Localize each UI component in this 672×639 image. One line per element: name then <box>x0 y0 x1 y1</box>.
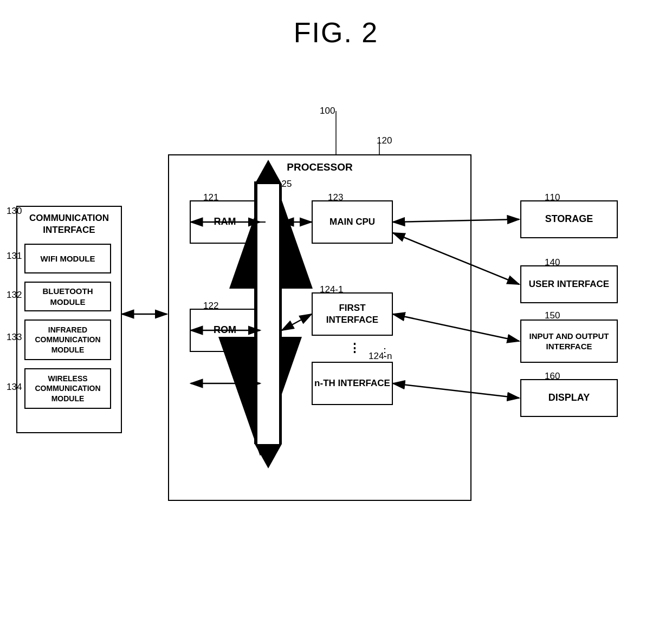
input-output-box: INPUT AND OUTPUT INTERFACE <box>520 320 618 363</box>
user-interface-box: USER INTERFACE <box>520 265 618 303</box>
wifi-box: WIFI MODULE <box>24 244 111 273</box>
rom-box: ROM <box>190 309 260 352</box>
ref-124-1: 124-1 <box>320 284 343 295</box>
first-interface-box: FIRST INTERFACE <box>312 292 393 336</box>
wireless-box: WIRELESS COMMUNICATION MODULE <box>24 368 111 409</box>
ref-125: 125 <box>276 179 292 190</box>
ref-130: 130 <box>7 206 22 217</box>
main-cpu-box: MAIN CPU <box>312 200 393 244</box>
infrared-box: INFRARED COMMUNICATION MODULE <box>24 320 111 360</box>
ref-100: 100 <box>320 106 335 116</box>
ref-140: 140 <box>545 257 560 268</box>
ref-150: 150 <box>545 310 560 321</box>
display-box: DISPLAY <box>520 379 618 417</box>
storage-box: STORAGE <box>520 200 618 238</box>
ref-122: 122 <box>203 301 218 311</box>
ref-132: 132 <box>7 290 22 301</box>
ref-123: 123 <box>328 192 343 203</box>
ref-160: 160 <box>545 371 560 382</box>
ref-134: 134 <box>7 382 22 393</box>
ref-110: 110 <box>545 192 560 203</box>
ram-box: RAM <box>190 200 260 244</box>
bluetooth-box: BLUETOOTH MODULE <box>24 282 111 311</box>
ref-124-n: 124-n <box>369 351 392 362</box>
ellipsis: ⋮ <box>348 341 360 355</box>
ref-120: 120 <box>377 135 392 146</box>
figure-title: FIG. 2 <box>0 0 672 49</box>
ref-133: 133 <box>7 332 22 343</box>
ref-121: 121 <box>203 192 218 203</box>
nth-interface-box: n-TH INTERFACE <box>312 362 393 405</box>
ref-131: 131 <box>7 251 22 262</box>
